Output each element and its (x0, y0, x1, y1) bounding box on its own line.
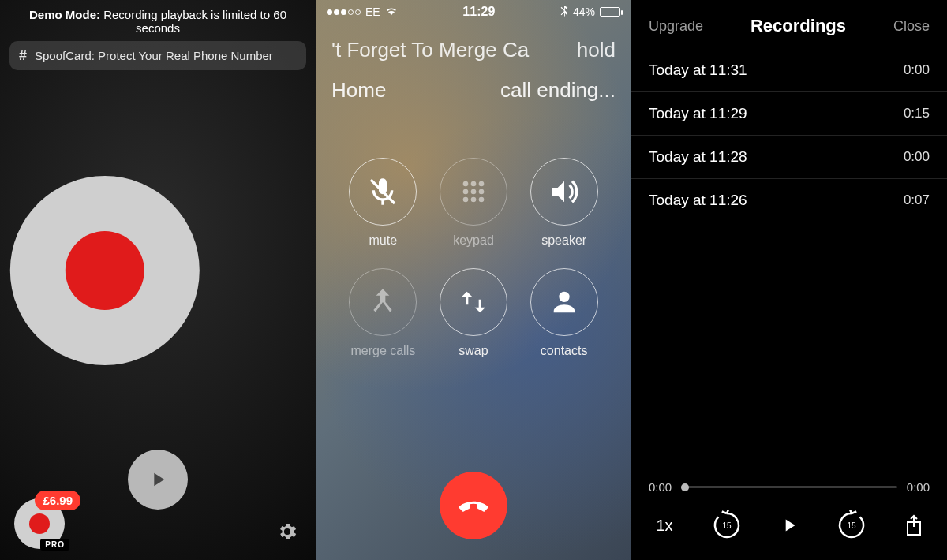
svg-point-0 (463, 181, 469, 187)
recordings-list: Today at 11:31 0:00 Today at 11:29 0:15 … (631, 49, 947, 222)
recordings-screen: Upgrade Recordings Close Today at 11:31 … (631, 0, 947, 560)
carrier-label: EE (365, 6, 380, 18)
status-bar: EE 11:29 44% (316, 0, 631, 24)
recording-label: Today at 11:31 (649, 62, 747, 79)
price-badge: £6.99 (35, 491, 80, 510)
skip-forward-button[interactable]: 15 (836, 510, 867, 541)
close-button[interactable]: Close (893, 18, 930, 35)
player-total-time: 0:00 (907, 480, 930, 494)
upgrade-button[interactable]: Upgrade (649, 18, 703, 35)
merge-calls-button[interactable]: merge calls (349, 268, 417, 358)
hold-label: hold (577, 38, 616, 62)
speaker-button[interactable]: speaker (530, 158, 598, 248)
keypad-button[interactable]: keypad (440, 158, 507, 248)
recording-row[interactable]: Today at 11:28 0:00 (631, 136, 947, 179)
svg-point-8 (479, 197, 485, 203)
recording-row[interactable]: Today at 11:26 0:07 (631, 179, 947, 222)
demo-mode-banner: Demo Mode: Recording playback is limited… (0, 0, 316, 39)
page-title: Recordings (750, 16, 846, 36)
keypad-icon (458, 176, 489, 207)
bluetooth-icon (560, 6, 568, 19)
recording-row[interactable]: Today at 11:31 0:00 (631, 49, 947, 92)
mute-icon (367, 176, 399, 207)
swap-button[interactable]: swap (440, 268, 507, 358)
play-recordings-button[interactable] (128, 450, 188, 510)
player-bar: 0:00 0:00 1x 15 15 (631, 469, 947, 560)
svg-point-5 (479, 189, 485, 195)
wifi-icon (385, 6, 398, 18)
svg-point-7 (471, 197, 477, 203)
play-button[interactable] (773, 510, 805, 541)
recording-label: Today at 11:28 (649, 148, 747, 166)
swap-icon (458, 286, 489, 318)
record-dot-icon (66, 231, 144, 310)
player-current-time: 0:00 (649, 480, 672, 494)
contacts-button[interactable]: contacts (530, 268, 598, 358)
battery-text: 44% (573, 6, 595, 18)
share-icon (904, 514, 923, 536)
svg-point-6 (463, 197, 469, 203)
end-call-icon (457, 489, 490, 522)
settings-button[interactable] (276, 521, 298, 543)
end-call-button[interactable] (440, 472, 507, 539)
call-screen: EE 11:29 44% 't Forget To Merge Ca hold … (316, 0, 631, 560)
recording-duration: 0:15 (904, 106, 930, 121)
hash-icon: # (19, 47, 27, 64)
promo-text: SpoofCard: Protect Your Real Phone Numbe… (35, 49, 273, 62)
call-status: call ending... (500, 78, 616, 103)
speaker-icon (548, 176, 580, 207)
recording-duration: 0:07 (904, 192, 930, 208)
call-info: 't Forget To Merge Ca hold Home call end… (316, 24, 631, 110)
playback-speed-button[interactable]: 1x (649, 510, 680, 541)
share-button[interactable] (898, 510, 930, 541)
record-dot-icon (29, 513, 50, 534)
recording-label: Today at 11:26 (649, 192, 747, 209)
svg-point-4 (471, 189, 477, 195)
merge-reminder-text: 't Forget To Merge Ca (331, 38, 529, 62)
pro-label: PRO (40, 539, 69, 551)
play-icon (147, 469, 169, 491)
svg-point-3 (463, 189, 469, 195)
record-button[interactable] (10, 176, 200, 365)
mute-button[interactable]: mute (349, 158, 417, 248)
battery-icon (600, 7, 620, 17)
recording-row[interactable]: Today at 11:29 0:15 (631, 92, 947, 136)
play-icon (779, 515, 799, 536)
merge-icon (367, 286, 399, 318)
recording-duration: 0:00 (904, 62, 930, 78)
svg-point-2 (479, 181, 485, 187)
skip-back-button[interactable]: 15 (711, 510, 743, 541)
signal-icon (327, 9, 361, 15)
scrubber[interactable] (681, 486, 897, 488)
recording-duration: 0:00 (904, 149, 930, 165)
caller-name: Home (331, 78, 386, 103)
recording-label: Today at 11:29 (649, 105, 747, 122)
spoofcard-promo-banner[interactable]: # SpoofCard: Protect Your Real Phone Num… (9, 41, 306, 70)
record-screen: Demo Mode: Recording playback is limited… (0, 0, 316, 560)
contacts-icon (548, 286, 580, 318)
status-time: 11:29 (462, 5, 495, 19)
gear-icon (276, 521, 298, 543)
pro-upsell-button[interactable]: £6.99 PRO (14, 498, 65, 549)
svg-point-1 (471, 181, 477, 187)
